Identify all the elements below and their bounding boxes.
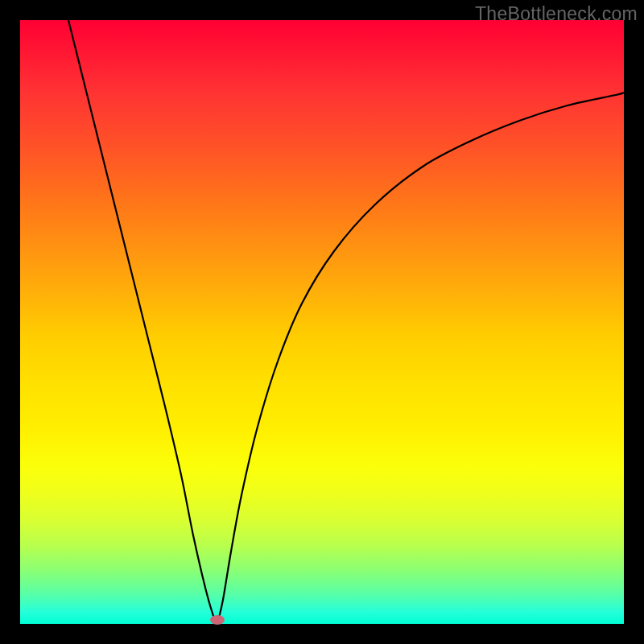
optimal-marker — [210, 615, 225, 625]
gradient-background — [20, 20, 624, 624]
watermark-text: TheBottleneck.com — [475, 3, 638, 25]
plot-area — [20, 20, 624, 624]
chart-container: TheBottleneck.com — [0, 0, 644, 644]
